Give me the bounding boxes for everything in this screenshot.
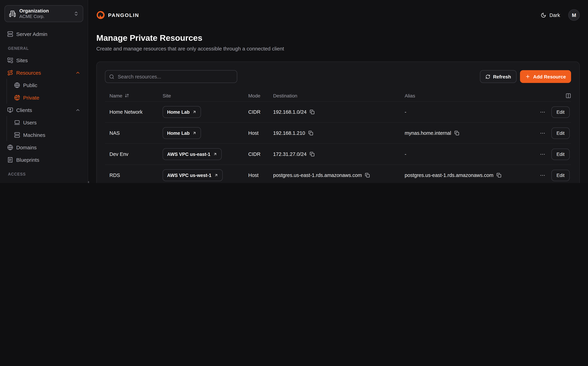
edit-button[interactable]: Edit [551,127,570,139]
sidebar-item-server-admin[interactable]: Server Admin [5,28,83,40]
sidebar-item-clients[interactable]: Clients [5,104,83,116]
resources-table: NameSiteModeDestinationAliasHome Network… [105,90,571,183]
nav-section-label: ACCESS [5,172,83,176]
col-header-site: Site [163,93,248,98]
sidebar-item-users[interactable]: Users [5,180,83,183]
site-link-button[interactable]: Home Lab [163,106,201,118]
copy-icon [310,152,315,157]
cell-name: RDS [105,172,163,178]
main-content: PANGOLIN Dark M Manage Private Resources… [88,0,588,183]
search-icon [109,74,114,79]
theme-label: Dark [550,12,560,18]
copy-destination-button[interactable] [310,110,315,114]
edit-button[interactable]: Edit [551,169,570,181]
sidebar-item-machines[interactable]: Machines [7,129,83,141]
globe-icon [14,82,20,88]
cell-destination: 192.168.1.0/24 [273,109,405,115]
sidebar-nav: Server AdminGENERALSitesResourcesPublicP… [5,28,83,183]
arrow-up-right-icon [214,173,218,177]
cell-destination: 172.31.27.0/24 [273,151,405,157]
edit-button[interactable]: Edit [551,148,570,160]
pangolin-logo-icon [96,11,105,19]
laptop-icon [14,119,20,125]
table-row: Home NetworkHome LabCIDR192.168.1.0/24-E… [105,102,571,123]
chevron-up-icon [75,107,81,113]
topbar: PANGOLIN Dark M [96,9,580,21]
site-link-button[interactable]: AWS VPC us-east-1 [163,148,222,160]
chevron-up-icon [75,70,81,75]
table-row: Dev EnvAWS VPC us-east-1CIDR172.31.27.0/… [105,144,571,165]
sidebar-item-blueprints[interactable]: Blueprints [5,153,83,166]
edit-button[interactable]: Edit [551,106,570,118]
sidebar-item-private[interactable]: Private [7,91,83,104]
server-icon [7,31,13,37]
col-header-alias: Alias [405,93,528,98]
plus-icon [525,74,530,79]
cell-alias: - [405,151,528,157]
theme-toggle[interactable]: Dark [541,12,560,18]
search-icon [109,74,114,79]
cell-mode: CIDR [248,151,273,157]
add-resource-button[interactable]: Add Resource [520,70,571,83]
org-switcher[interactable]: Organization ACME Corp. [5,5,83,22]
resources-card: Refresh Add Resource NameSiteModeDestina… [96,61,580,183]
sidebar-item-sites[interactable]: Sites [5,54,83,66]
plus-icon [525,74,530,79]
refresh-button[interactable]: Refresh [480,70,516,83]
org-switcher-label: Organization [19,8,70,14]
brand: PANGOLIN [96,11,139,19]
refresh-icon [485,74,490,79]
row-menu-button[interactable] [539,172,545,178]
app-root: Organization ACME Corp. Server AdminGENE… [0,0,588,183]
cell-name: Home Network [105,109,163,115]
ellipsis-icon [539,172,545,178]
page-title: Manage Private Resources [96,33,580,43]
search-input[interactable] [105,70,237,83]
row-menu-button[interactable] [539,130,545,136]
building-icon [9,10,16,17]
page-subtitle: Create and manage resources that are onl… [96,46,580,52]
sidebar: Organization ACME Corp. Server AdminGENE… [0,0,88,183]
copy-icon [310,110,315,114]
ellipsis-icon [539,130,545,136]
brand-name: PANGOLIN [108,12,139,18]
copy-destination-button[interactable] [308,131,313,136]
copy-destination-button[interactable] [310,152,315,157]
copy-destination-button[interactable] [365,173,370,178]
chevrons-up-down-icon [74,11,79,16]
sidebar-item-public[interactable]: Public [7,79,83,91]
row-menu-button[interactable] [539,109,545,115]
sidebar-scrollbar-thumb[interactable] [88,181,89,183]
col-header-mode: Mode [248,93,273,98]
cell-alias: mynas.home.internal [405,130,528,136]
copy-alias-button[interactable] [497,173,501,178]
sidebar-item-domains[interactable]: Domains [5,141,83,153]
sidebar-item-resources[interactable]: Resources [5,66,83,79]
globe-icon [7,144,13,150]
cell-alias: - [405,109,528,115]
column-visibility-button[interactable] [528,93,571,98]
cell-mode: Host [248,130,273,136]
col-header-name[interactable]: Name [105,93,163,98]
building-icon [9,10,16,17]
cell-mode: Host [248,172,273,178]
row-menu-button[interactable] [539,151,545,157]
columns-icon [566,93,571,98]
ellipsis-icon [539,151,545,157]
copy-alias-button[interactable] [454,131,459,136]
globe-lock-icon [14,94,20,100]
site-link-button[interactable]: Home Lab [163,127,201,139]
route-icon [7,70,13,76]
site-link-button[interactable]: AWS VPC us-west-1 [163,169,223,181]
user-avatar[interactable]: M [568,9,580,21]
arrow-up-right-icon [192,110,197,114]
refresh-icon [485,74,490,79]
sidebar-item-client-users[interactable]: Users [7,116,83,129]
copy-icon [497,173,501,178]
monitor-up-icon [7,107,13,113]
ellipsis-icon [539,109,545,115]
pangolin-logo-icon [96,11,105,19]
cell-alias: postgres.us-east-1.rds.amazonaws.com [405,172,528,178]
table-header-row: NameSiteModeDestinationAlias [105,90,571,102]
moon-icon [541,12,546,18]
